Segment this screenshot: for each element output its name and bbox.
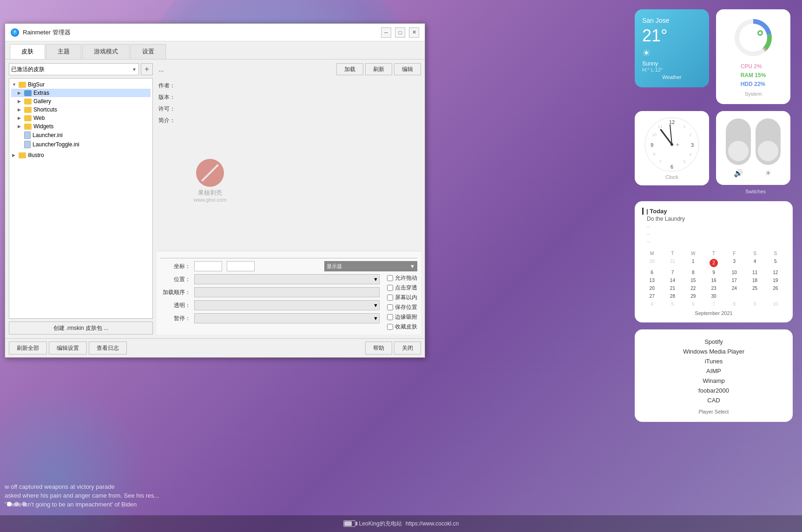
transparent-label: 透明： [160, 302, 191, 309]
pause-row: 暂停： ▼ [160, 313, 380, 323]
tab-theme[interactable]: 主题 [46, 44, 81, 59]
pause-select[interactable]: ▼ [194, 313, 380, 323]
allow-drag-checkbox[interactable]: 允许拖动 [387, 274, 417, 282]
volume-icon: 🔊 [734, 169, 743, 177]
close-button[interactable]: ✕ [409, 27, 419, 38]
calendar-widget: | Today Do the Laundry – – – M T W T F S… [635, 201, 793, 322]
expand-arrow-icon: ▶ [18, 107, 24, 112]
coord-y-input[interactable] [227, 261, 255, 271]
clock-label: Clock [665, 174, 678, 180]
folder-icon [24, 107, 32, 113]
switch-knob [728, 141, 749, 161]
load-button[interactable]: 加载 [336, 63, 363, 75]
close-window-button[interactable]: 关闭 [394, 342, 421, 355]
dot-3[interactable] [22, 502, 26, 506]
skin-dropdown[interactable]: 已激活的皮肤 ▼ [9, 63, 139, 75]
desc-row: 简介： [158, 117, 419, 125]
tree-item-shortcuts[interactable]: ▶ Shortcuts [11, 105, 151, 114]
bottom-bar-title: LeoKing的充电站 [359, 520, 402, 528]
more-options-button[interactable]: ... [157, 66, 335, 73]
footer-right: 帮助 关闭 [365, 342, 421, 355]
tree-item-widgets[interactable]: ▶ Widgets [11, 122, 151, 131]
favorite-skin-checkbox[interactable]: 收藏皮肤 [387, 323, 417, 331]
tree-item-bigsur[interactable]: ▼ BigSur [11, 80, 151, 89]
add-skin-button[interactable]: + [141, 63, 153, 75]
snap-edges-checkbox[interactable]: 边缘吸附 [387, 313, 417, 321]
tree-item-extras[interactable]: ▶ Extras [11, 89, 151, 97]
news-item-2: asked where his pain and anger came from… [5, 491, 159, 500]
create-skin-pack-button[interactable]: 创建 .rmskin 皮肤包 ... [9, 322, 153, 335]
skin-selector-row: 已激活的皮肤 ▼ + [9, 63, 153, 75]
brightness-icon: ☀ [765, 169, 771, 177]
player-wmp[interactable]: Windows Media Player [642, 347, 785, 356]
dot-2[interactable] [14, 502, 19, 506]
player-spotify[interactable]: Spotify [642, 337, 785, 347]
svg-text:1: 1 [683, 124, 685, 129]
top-actions: ... 加载 刷新 编辑 [157, 63, 421, 75]
window-footer: 刷新全部 编辑设置 查看日志 帮助 关闭 [5, 338, 425, 357]
help-button[interactable]: 帮助 [365, 342, 392, 355]
transparent-select[interactable]: ▼ [194, 300, 380, 310]
today-label: | Today [642, 208, 785, 215]
minimize-button[interactable]: ─ [381, 27, 391, 38]
bottom-bar: LeoKing的充电站 https://www.cocokl.cn [0, 515, 802, 532]
view-log-button[interactable]: 查看日志 [89, 342, 127, 355]
svg-text:9: 9 [651, 142, 653, 148]
monitor-select[interactable]: 显示器 ▼ [324, 261, 417, 271]
tab-settings[interactable]: 设置 [131, 44, 166, 59]
left-panel: 已激活的皮肤 ▼ + ▼ BigSur ▶ Extras [9, 63, 153, 335]
edit-settings-button[interactable]: 编辑设置 [49, 342, 87, 355]
player-aimp[interactable]: AIMP [642, 366, 785, 376]
svg-text:6: 6 [671, 164, 673, 170]
refresh-all-button[interactable]: 刷新全部 [9, 342, 47, 355]
properties-section: 坐标： 显示器 ▼ 位置： [157, 251, 421, 335]
click-through-checkbox[interactable]: 点击穿透 [387, 284, 417, 292]
coord-x-input[interactable] [194, 261, 222, 271]
calendar-dash-3: – [642, 238, 785, 245]
system-label: System [745, 91, 762, 97]
load-order-input[interactable] [194, 287, 380, 297]
volume-switch[interactable] [726, 118, 751, 165]
keep-on-screen-checkbox[interactable]: 屏幕以内 [387, 294, 417, 302]
player-cad[interactable]: CAD [642, 395, 785, 405]
player-itunes[interactable]: iTunes [642, 356, 785, 366]
tab-skin[interactable]: 皮肤 [10, 44, 45, 59]
license-label: 许可： [158, 105, 177, 113]
bottom-bar-url: https://www.cocokl.cn [406, 520, 459, 527]
tab-game[interactable]: 游戏模式 [82, 44, 130, 59]
bottom-news: w off captured weapons at victory parade… [5, 482, 159, 509]
weather-high-low: H:° L:12° [642, 67, 702, 72]
tree-item-gallery[interactable]: ▶ Gallery [11, 97, 151, 105]
widgets-row-2: 12 3 6 9 1 2 4 5 7 8 10 11 + [635, 111, 793, 185]
tree-item-launcher-toggle-ini[interactable]: ▶ LauncherToggle.ini [11, 140, 151, 149]
cpu-stat: CPU 2% [741, 62, 766, 71]
file-icon [24, 141, 31, 148]
position-select[interactable]: ▼ [194, 274, 380, 284]
watermark: 果核剥壳 www.ghxi.com [194, 159, 226, 203]
calendar-dash-1: – [642, 223, 785, 230]
weather-temp: 21° [642, 26, 702, 46]
desc-label: 简介： [158, 117, 177, 125]
dot-1[interactable] [7, 502, 12, 506]
weather-label: Weather [642, 74, 702, 80]
svg-text:11: 11 [658, 124, 663, 129]
maximize-button[interactable]: □ [395, 27, 405, 38]
license-row: 许可： [158, 105, 419, 113]
folder-icon [24, 115, 32, 121]
brightness-switch[interactable] [756, 118, 781, 165]
tree-item-launcher-ini[interactable]: ▶ Launcher.ini [11, 131, 151, 140]
watermark-icon [196, 159, 224, 187]
edit-button[interactable]: 编辑 [394, 63, 421, 75]
refresh-button[interactable]: 刷新 [365, 63, 392, 75]
calendar-todo: | Today Do the Laundry – – – [642, 208, 785, 245]
right-panel: ... 加载 刷新 编辑 作者： 版本： [157, 63, 421, 335]
player-winamp[interactable]: Winamp [642, 376, 785, 386]
system-donut [732, 17, 774, 59]
tree-item-web[interactable]: ▶ Web [11, 114, 151, 122]
player-label: Player Select [642, 409, 785, 414]
system-stats: CPU 2% RAM 15% HDD 22% [741, 62, 766, 89]
tree-item-illustro[interactable]: ▶ illustro [11, 151, 151, 159]
weather-condition: Sunny [642, 60, 702, 67]
player-foobar[interactable]: foobar2000 [642, 386, 785, 395]
save-position-checkbox[interactable]: 保存位置 [387, 303, 417, 311]
